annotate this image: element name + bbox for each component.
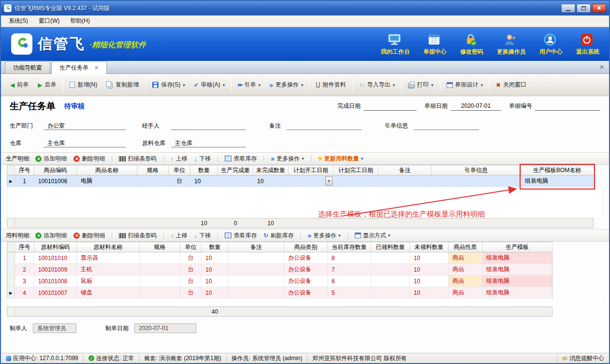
cell[interactable]	[140, 276, 180, 287]
cell[interactable]: 办公设备	[284, 287, 328, 299]
column-header[interactable]: 备注	[229, 242, 284, 252]
cell[interactable]: 8	[328, 252, 371, 264]
column-header[interactable]: 商品性质	[449, 242, 482, 252]
dropdown-arrow-icon[interactable]: ▾	[431, 83, 434, 87]
dropdown-arrow-icon[interactable]: ▾	[259, 83, 261, 87]
doc-number-field[interactable]	[535, 102, 600, 111]
update-material-qty-button[interactable]: 更新用料数量▾	[318, 155, 363, 163]
column-header[interactable]: 引单信息	[432, 165, 521, 175]
column-header[interactable]: 规格	[140, 242, 180, 252]
minimize-button[interactable]	[561, 4, 575, 13]
column-header[interactable]: 序号	[15, 165, 34, 175]
column-header[interactable]: 备注	[378, 165, 432, 175]
column-header[interactable]: 原材料编码	[34, 242, 77, 252]
cell[interactable]: 100101006	[34, 175, 77, 187]
column-header[interactable]: 商品类别	[284, 242, 328, 252]
cell[interactable]: 6	[328, 276, 371, 287]
column-header[interactable]: 计划开工日期	[289, 165, 334, 175]
cell[interactable]: 10	[190, 175, 218, 187]
cell[interactable]: 100101010	[34, 252, 77, 264]
delete-row-button[interactable]: ×删除明细	[73, 232, 105, 240]
cell[interactable]: 鼠标	[77, 276, 140, 287]
dropdown-arrow-icon[interactable]: ▾	[338, 233, 341, 238]
more-actions-button[interactable]: »更多操作▾	[271, 155, 304, 163]
cell[interactable]	[371, 287, 410, 299]
ref-doc-info-field[interactable]	[414, 122, 479, 130]
cell[interactable]	[229, 252, 284, 264]
more-actions-button[interactable]: »更多操作▾	[265, 78, 307, 92]
cell[interactable]: 1	[15, 175, 34, 187]
cell[interactable]	[229, 287, 284, 299]
dropdown-arrow-icon[interactable]: ▾	[481, 83, 483, 87]
tab-strip-close-icon[interactable]: ✕	[599, 64, 604, 71]
cell[interactable]: 4	[15, 287, 34, 299]
column-header[interactable]: 未完成数量	[253, 165, 289, 175]
cell[interactable]	[137, 175, 169, 187]
column-header[interactable]: 当前库存数量	[328, 242, 371, 252]
new-doc-button[interactable]: 新增(N)	[65, 78, 102, 92]
cell[interactable]	[334, 175, 378, 187]
cell[interactable]: ▼	[289, 175, 334, 187]
attachments-button[interactable]: 附件资料	[312, 78, 350, 92]
cell[interactable]: 10	[202, 276, 229, 287]
column-header[interactable]: 数量	[202, 242, 229, 252]
tab-close-icon[interactable]: ✕	[94, 65, 99, 71]
remark-field[interactable]	[287, 122, 362, 130]
cell[interactable]: 10	[253, 175, 289, 187]
close-window-button[interactable]: ✖关闭窗口	[492, 78, 531, 92]
cell[interactable]: 组装电脑	[482, 264, 552, 276]
cell[interactable]: 台	[169, 175, 190, 187]
dropdown-arrow-icon[interactable]: ▾	[361, 156, 363, 161]
cell[interactable]: 2	[15, 264, 34, 276]
cell[interactable]: 组装电脑	[482, 276, 552, 287]
import-export-button[interactable]: ↑↓导入导出▾	[355, 78, 399, 92]
scan-barcode-button[interactable]: 扫描条形码	[119, 232, 157, 240]
view-stock-button[interactable]: 查看库存	[225, 232, 257, 240]
switch-operator-button[interactable]: 更换操作员	[497, 32, 526, 56]
cell[interactable]	[140, 287, 180, 299]
dropdown-arrow-icon[interactable]: ▾	[183, 83, 185, 87]
cell[interactable]: 台	[180, 276, 202, 287]
copy-new-button[interactable]: 复制新增	[102, 78, 144, 92]
cell[interactable]: 10	[410, 276, 449, 287]
prev-doc-button[interactable]: ◀前单	[6, 78, 33, 92]
move-up-button[interactable]: ↑上移	[171, 232, 188, 240]
column-header[interactable]: 商品名称	[77, 165, 137, 175]
cell[interactable]: 办公设备	[284, 276, 328, 287]
menu-item-0[interactable]: 系统(S)	[4, 15, 33, 27]
dropdown-arrow-icon[interactable]: ▾	[301, 83, 304, 87]
cell[interactable]: 5	[328, 287, 371, 299]
cell[interactable]: 10	[202, 287, 229, 299]
cell[interactable]	[229, 264, 284, 276]
column-header[interactable]: 已领料数量	[371, 242, 410, 252]
column-header[interactable]: 生产完成量	[218, 165, 253, 175]
my-workbench-button[interactable]: 我的工作台	[381, 32, 410, 56]
column-header[interactable]: 序号	[15, 242, 34, 252]
cell[interactable]: 100101009	[34, 264, 77, 276]
dropdown-arrow-icon[interactable]: ▾	[223, 83, 225, 87]
menu-item-1[interactable]: 窗口(W)	[34, 15, 64, 27]
row-indicator[interactable]	[7, 252, 15, 264]
print-button[interactable]: 打印▾	[404, 78, 438, 92]
column-header[interactable]: 生产模板	[482, 242, 552, 252]
move-down-button[interactable]: ↓下移	[194, 232, 211, 240]
column-header[interactable]: 未领料数量	[410, 242, 449, 252]
row-indicator[interactable]	[7, 276, 15, 287]
cell[interactable]: 台	[180, 264, 202, 276]
cell[interactable]: 电脑	[77, 175, 137, 187]
cell[interactable]	[140, 264, 180, 276]
tab-function-nav[interactable]: 功能导航窗	[5, 61, 50, 73]
column-header[interactable]: 规格	[137, 165, 169, 175]
production-dept-field[interactable]: 办公室	[44, 122, 126, 130]
refresh-stock-button[interactable]: ↻刷新库存	[263, 232, 293, 240]
next-doc-button[interactable]: ▶后单	[33, 78, 61, 92]
cell[interactable]: 商品	[449, 287, 482, 299]
cell[interactable]: 10	[202, 264, 229, 276]
cell[interactable]	[371, 264, 410, 276]
cell[interactable]: 100101007	[34, 287, 77, 299]
cell[interactable]: 商品	[449, 276, 482, 287]
cell[interactable]	[140, 252, 180, 264]
document-center-button[interactable]: 单据中心	[423, 32, 447, 56]
handler-field[interactable]	[171, 122, 246, 130]
save-button[interactable]: 保存(S)▾	[148, 78, 189, 92]
